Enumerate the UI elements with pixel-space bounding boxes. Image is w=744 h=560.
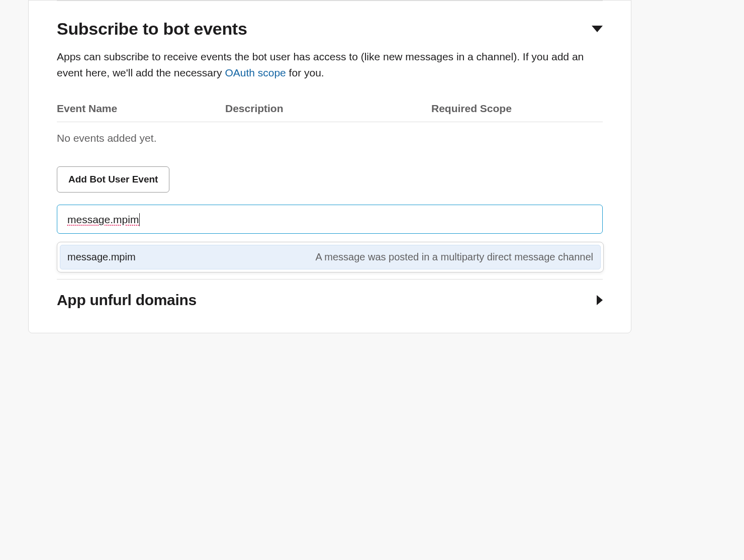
section-divider [57,1,603,1]
column-description: Description [225,103,431,115]
bot-events-description: Apps can subscribe to receive events the… [57,49,603,80]
unfurl-domains-header[interactable]: App unfurl domains [57,279,603,313]
unfurl-domains-title: App unfurl domains [57,292,197,309]
add-bot-user-event-button[interactable]: Add Bot User Event [57,166,169,193]
bot-events-title: Subscribe to bot events [57,19,247,39]
oauth-scope-link[interactable]: OAuth scope [225,67,286,78]
bot-events-header[interactable]: Subscribe to bot events [57,19,603,39]
event-search-wrap: message.mpim message.mpim A message was … [57,205,603,234]
event-search-input[interactable] [57,205,603,234]
suggestion-name: message.mpim [67,251,136,263]
column-required-scope: Required Scope [431,103,603,115]
chevron-down-icon[interactable] [592,26,603,32]
column-event-name: Event Name [57,103,225,115]
chevron-right-icon[interactable] [597,295,603,305]
event-suggestions-dropdown: message.mpim A message was posted in a m… [57,242,604,272]
settings-card: Subscribe to bot events Apps can subscri… [28,0,631,333]
events-table-header: Event Name Description Required Scope [57,103,603,122]
suggestion-item[interactable]: message.mpim A message was posted in a m… [60,245,601,269]
suggestion-description: A message was posted in a multiparty dir… [315,251,593,263]
empty-events-message: No events added yet. [57,132,603,144]
description-text-after: for you. [286,67,324,78]
